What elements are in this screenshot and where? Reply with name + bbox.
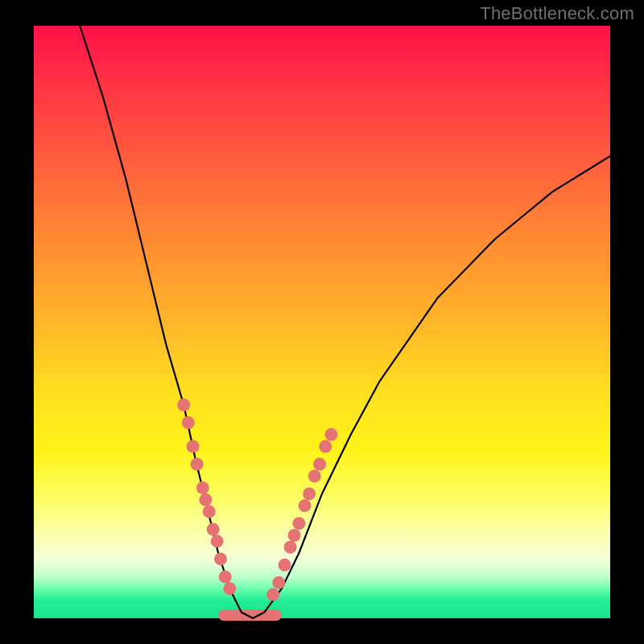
marker-dot [288,529,301,542]
marker-dot [313,458,326,471]
marker-dot [303,487,316,500]
marker-dot [279,559,291,572]
marker-dot [191,458,204,471]
marker-dot [272,576,285,589]
marker-dot [207,523,220,536]
marker-dot [182,416,195,429]
marker-dot [187,440,200,453]
marker-dot [177,398,190,411]
marker-dot [214,552,227,565]
marker-dot [196,481,209,494]
marker-dot [219,571,232,584]
plot-area [34,26,610,618]
marker-dot [199,493,212,506]
chart-frame: TheBottleneck.com [0,0,644,644]
marker-dot [325,428,338,441]
marker-dots [177,398,337,601]
marker-dot [223,582,236,595]
bottleneck-curve [80,26,610,618]
watermark-text: TheBottleneck.com [480,3,634,24]
marker-dot [211,535,224,547]
marker-dot [292,517,305,530]
marker-dot [266,588,279,601]
marker-dot [203,506,216,518]
marker-dot [284,541,297,554]
curve-svg [34,26,610,618]
marker-dot [319,440,332,453]
marker-dot [308,469,321,482]
marker-dot [299,499,312,512]
